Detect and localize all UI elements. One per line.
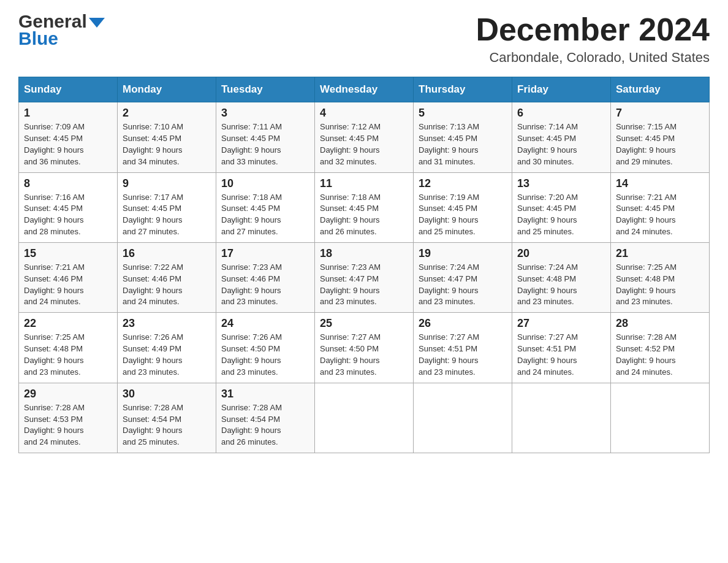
col-header-thursday: Thursday [414, 77, 512, 102]
calendar-cell: 29Sunrise: 7:28 AMSunset: 4:53 PMDayligh… [19, 383, 118, 453]
day-info: Sunrise: 7:17 AMSunset: 4:45 PMDaylight:… [123, 192, 211, 238]
day-number: 1 [24, 107, 112, 120]
day-number: 13 [517, 177, 605, 190]
day-info: Sunrise: 7:28 AMSunset: 4:53 PMDaylight:… [24, 402, 112, 448]
logo-arrow-icon [89, 18, 105, 28]
calendar-table: SundayMondayTuesdayWednesdayThursdayFrid… [18, 77, 710, 453]
day-info: Sunrise: 7:16 AMSunset: 4:45 PMDaylight:… [24, 192, 112, 238]
calendar-cell: 10Sunrise: 7:18 AMSunset: 4:45 PMDayligh… [216, 172, 315, 242]
day-info: Sunrise: 7:27 AMSunset: 4:51 PMDaylight:… [419, 332, 507, 378]
day-number: 14 [616, 177, 704, 190]
day-number: 4 [320, 107, 408, 120]
calendar-cell: 19Sunrise: 7:24 AMSunset: 4:47 PMDayligh… [414, 242, 512, 312]
calendar-cell: 12Sunrise: 7:19 AMSunset: 4:45 PMDayligh… [414, 172, 512, 242]
calendar-cell: 4Sunrise: 7:12 AMSunset: 4:45 PMDaylight… [315, 102, 414, 172]
day-info: Sunrise: 7:26 AMSunset: 4:49 PMDaylight:… [123, 332, 211, 378]
day-number: 28 [616, 317, 704, 330]
day-number: 25 [320, 317, 408, 330]
day-number: 2 [123, 107, 211, 120]
calendar-cell [611, 383, 710, 453]
calendar-cell: 16Sunrise: 7:22 AMSunset: 4:46 PMDayligh… [118, 242, 216, 312]
day-number: 23 [123, 317, 211, 330]
col-header-wednesday: Wednesday [315, 77, 414, 102]
calendar-header-row: SundayMondayTuesdayWednesdayThursdayFrid… [19, 77, 710, 102]
day-info: Sunrise: 7:27 AMSunset: 4:50 PMDaylight:… [320, 332, 408, 378]
calendar-cell: 3Sunrise: 7:11 AMSunset: 4:45 PMDaylight… [216, 102, 315, 172]
day-info: Sunrise: 7:09 AMSunset: 4:45 PMDaylight:… [24, 121, 112, 167]
calendar-cell: 27Sunrise: 7:27 AMSunset: 4:51 PMDayligh… [512, 313, 611, 383]
day-info: Sunrise: 7:10 AMSunset: 4:45 PMDaylight:… [123, 121, 211, 167]
calendar-cell: 23Sunrise: 7:26 AMSunset: 4:49 PMDayligh… [118, 313, 216, 383]
calendar-cell: 18Sunrise: 7:23 AMSunset: 4:47 PMDayligh… [315, 242, 414, 312]
calendar-cell: 2Sunrise: 7:10 AMSunset: 4:45 PMDaylight… [118, 102, 216, 172]
day-info: Sunrise: 7:26 AMSunset: 4:50 PMDaylight:… [221, 332, 309, 378]
calendar-week-row: 29Sunrise: 7:28 AMSunset: 4:53 PMDayligh… [19, 383, 710, 453]
month-title: December 2024 [476, 12, 710, 47]
day-number: 7 [616, 107, 704, 120]
location-title: Carbondale, Colorado, United States [476, 50, 710, 66]
day-number: 19 [419, 247, 507, 260]
calendar-cell: 22Sunrise: 7:25 AMSunset: 4:48 PMDayligh… [19, 313, 118, 383]
calendar-cell: 14Sunrise: 7:21 AMSunset: 4:45 PMDayligh… [611, 172, 710, 242]
day-info: Sunrise: 7:23 AMSunset: 4:46 PMDaylight:… [221, 262, 309, 308]
day-number: 8 [24, 177, 112, 190]
day-info: Sunrise: 7:11 AMSunset: 4:45 PMDaylight:… [221, 121, 309, 167]
calendar-week-row: 15Sunrise: 7:21 AMSunset: 4:46 PMDayligh… [19, 242, 710, 312]
calendar-cell: 1Sunrise: 7:09 AMSunset: 4:45 PMDaylight… [19, 102, 118, 172]
day-number: 6 [517, 107, 605, 120]
day-info: Sunrise: 7:24 AMSunset: 4:48 PMDaylight:… [517, 262, 605, 308]
calendar-week-row: 8Sunrise: 7:16 AMSunset: 4:45 PMDaylight… [19, 172, 710, 242]
day-info: Sunrise: 7:28 AMSunset: 4:52 PMDaylight:… [616, 332, 704, 378]
col-header-tuesday: Tuesday [216, 77, 315, 102]
day-info: Sunrise: 7:18 AMSunset: 4:45 PMDaylight:… [221, 192, 309, 238]
day-info: Sunrise: 7:21 AMSunset: 4:45 PMDaylight:… [616, 192, 704, 238]
day-number: 10 [221, 177, 309, 190]
day-number: 18 [320, 247, 408, 260]
day-info: Sunrise: 7:28 AMSunset: 4:54 PMDaylight:… [123, 402, 211, 448]
day-number: 15 [24, 247, 112, 260]
calendar-cell: 5Sunrise: 7:13 AMSunset: 4:45 PMDaylight… [414, 102, 512, 172]
calendar-cell: 21Sunrise: 7:25 AMSunset: 4:48 PMDayligh… [611, 242, 710, 312]
day-info: Sunrise: 7:24 AMSunset: 4:47 PMDaylight:… [419, 262, 507, 308]
day-number: 9 [123, 177, 211, 190]
day-info: Sunrise: 7:22 AMSunset: 4:46 PMDaylight:… [123, 262, 211, 308]
day-info: Sunrise: 7:28 AMSunset: 4:54 PMDaylight:… [221, 402, 309, 448]
day-number: 29 [24, 388, 112, 400]
calendar-cell: 30Sunrise: 7:28 AMSunset: 4:54 PMDayligh… [118, 383, 216, 453]
calendar-cell: 11Sunrise: 7:18 AMSunset: 4:45 PMDayligh… [315, 172, 414, 242]
page-header: General Blue December 2024 Carbondale, C… [18, 12, 710, 66]
day-info: Sunrise: 7:21 AMSunset: 4:46 PMDaylight:… [24, 262, 112, 308]
calendar-cell: 24Sunrise: 7:26 AMSunset: 4:50 PMDayligh… [216, 313, 315, 383]
col-header-friday: Friday [512, 77, 611, 102]
calendar-cell: 15Sunrise: 7:21 AMSunset: 4:46 PMDayligh… [19, 242, 118, 312]
col-header-monday: Monday [118, 77, 216, 102]
calendar-cell: 9Sunrise: 7:17 AMSunset: 4:45 PMDaylight… [118, 172, 216, 242]
day-number: 12 [419, 177, 507, 190]
calendar-cell: 28Sunrise: 7:28 AMSunset: 4:52 PMDayligh… [611, 313, 710, 383]
day-number: 26 [419, 317, 507, 330]
day-info: Sunrise: 7:13 AMSunset: 4:45 PMDaylight:… [419, 121, 507, 167]
col-header-saturday: Saturday [611, 77, 710, 102]
calendar-week-row: 22Sunrise: 7:25 AMSunset: 4:48 PMDayligh… [19, 313, 710, 383]
calendar-cell [414, 383, 512, 453]
day-info: Sunrise: 7:15 AMSunset: 4:45 PMDaylight:… [616, 121, 704, 167]
day-info: Sunrise: 7:25 AMSunset: 4:48 PMDaylight:… [616, 262, 704, 308]
title-block: December 2024 Carbondale, Colorado, Unit… [476, 12, 710, 66]
calendar-cell: 25Sunrise: 7:27 AMSunset: 4:50 PMDayligh… [315, 313, 414, 383]
day-number: 30 [123, 388, 211, 400]
calendar-cell: 8Sunrise: 7:16 AMSunset: 4:45 PMDaylight… [19, 172, 118, 242]
day-number: 22 [24, 317, 112, 330]
day-info: Sunrise: 7:14 AMSunset: 4:45 PMDaylight:… [517, 121, 605, 167]
calendar-cell: 13Sunrise: 7:20 AMSunset: 4:45 PMDayligh… [512, 172, 611, 242]
day-info: Sunrise: 7:27 AMSunset: 4:51 PMDaylight:… [517, 332, 605, 378]
day-number: 11 [320, 177, 408, 190]
calendar-week-row: 1Sunrise: 7:09 AMSunset: 4:45 PMDaylight… [19, 102, 710, 172]
day-number: 20 [517, 247, 605, 260]
calendar-cell: 7Sunrise: 7:15 AMSunset: 4:45 PMDaylight… [611, 102, 710, 172]
calendar-cell: 6Sunrise: 7:14 AMSunset: 4:45 PMDaylight… [512, 102, 611, 172]
day-info: Sunrise: 7:25 AMSunset: 4:48 PMDaylight:… [24, 332, 112, 378]
day-number: 27 [517, 317, 605, 330]
day-info: Sunrise: 7:12 AMSunset: 4:45 PMDaylight:… [320, 121, 408, 167]
calendar-cell: 17Sunrise: 7:23 AMSunset: 4:46 PMDayligh… [216, 242, 315, 312]
day-number: 3 [221, 107, 309, 120]
